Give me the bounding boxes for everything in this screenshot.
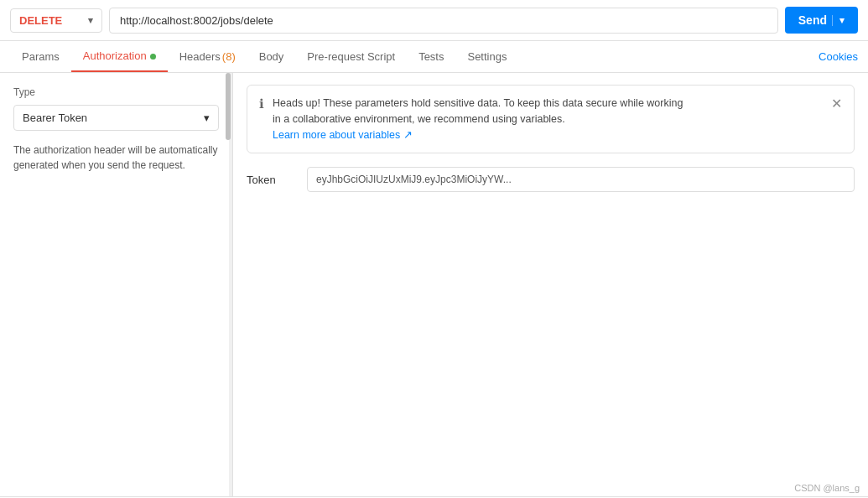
alert-banner: ℹ Heads up! These parameters hold sensit… xyxy=(247,85,855,153)
request-tab-bar: Params Authorization Headers(8) Body Pre… xyxy=(0,41,868,73)
main-area: Type Bearer Token ▾ The authorization he… xyxy=(0,73,868,496)
auth-info-text: The authorization header will be automat… xyxy=(13,143,219,173)
tab-body[interactable]: Body xyxy=(247,42,296,71)
info-icon: ℹ xyxy=(259,96,264,112)
token-row: Token xyxy=(247,167,855,192)
learn-more-link[interactable]: Learn more about variables ↗ xyxy=(273,129,413,141)
auth-type-value: Bearer Token xyxy=(23,112,87,124)
tab-headers[interactable]: Headers(8) xyxy=(168,42,247,71)
tab-tests[interactable]: Tests xyxy=(407,42,455,71)
send-button[interactable]: Send ▾ xyxy=(785,7,858,34)
tab-authorization[interactable]: Authorization xyxy=(71,41,168,72)
send-chevron-icon: ▾ xyxy=(832,15,845,26)
token-input[interactable] xyxy=(307,167,855,192)
alert-close-icon[interactable]: ✕ xyxy=(831,96,842,112)
auth-type-select[interactable]: Bearer Token ▾ xyxy=(13,105,219,131)
auth-left-panel: Type Bearer Token ▾ The authorization he… xyxy=(0,73,233,496)
tab-settings[interactable]: Settings xyxy=(455,42,518,71)
tab-prerequest[interactable]: Pre-request Script xyxy=(295,42,407,71)
alert-text-line2: in a collaborative environment, we recom… xyxy=(273,113,565,125)
token-label: Token xyxy=(247,174,297,186)
method-chevron-icon: ▾ xyxy=(88,15,93,26)
send-label: Send xyxy=(798,13,827,27)
type-label: Type xyxy=(13,86,219,98)
cookies-link[interactable]: Cookies xyxy=(819,50,858,63)
top-bar: DELETE ▾ Send ▾ xyxy=(0,0,868,41)
tab-params[interactable]: Params xyxy=(10,42,71,71)
url-input[interactable] xyxy=(109,8,778,34)
method-select[interactable]: DELETE ▾ xyxy=(10,8,102,33)
alert-text: Heads up! These parameters hold sensitiv… xyxy=(273,96,823,143)
panel-divider[interactable] xyxy=(229,73,232,496)
alert-text-line1: Heads up! These parameters hold sensitiv… xyxy=(273,97,683,109)
auth-type-chevron-icon: ▾ xyxy=(204,112,210,124)
method-label: DELETE xyxy=(19,14,62,27)
scroll-thumb xyxy=(226,73,231,140)
authorization-dot xyxy=(150,54,156,60)
watermark: CSDN @lans_g xyxy=(794,483,860,493)
auth-right-panel: ℹ Heads up! These parameters hold sensit… xyxy=(233,73,868,496)
